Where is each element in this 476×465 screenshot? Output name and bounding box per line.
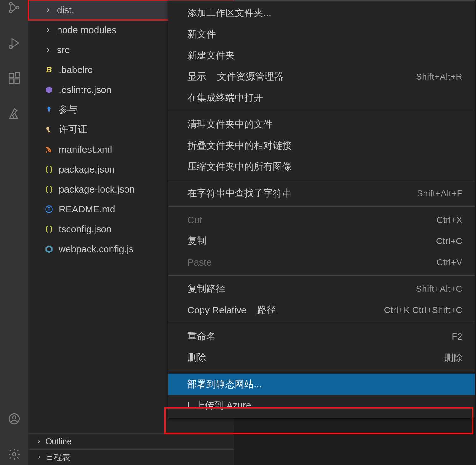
tree-item-label: node modules: [57, 25, 116, 35]
chevron-right-icon: [36, 452, 42, 462]
tree-item-label: src: [57, 45, 70, 55]
menu-find-in-folder[interactable]: 在字符串中查找子字符串Shift+Alt+F: [168, 183, 475, 204]
menu-cleanup-files[interactable]: 清理文件夹中的文件: [168, 114, 475, 135]
svg-point-10: [13, 416, 16, 419]
menu-paste: PasteCtrl+V: [168, 252, 475, 273]
tree-item-label: 许可证: [59, 123, 87, 136]
menu-item-shortcut: Ctrl+X: [436, 215, 462, 225]
menu-rename[interactable]: 重命名F2: [168, 326, 475, 347]
menu-item-shortcut: Shift+Alt+R: [416, 72, 462, 82]
menu-item-label: 部署到静态网站...: [187, 378, 262, 391]
menu-open-terminal[interactable]: 在集成终端中打开: [168, 87, 475, 108]
menu-item-label: 在集成终端中打开: [187, 91, 263, 104]
run-debug-icon[interactable]: [7, 35, 22, 51]
menu-cut: CutCtrl+X: [168, 209, 475, 230]
menu-item-label: 新文件: [187, 28, 216, 41]
svg-point-14: [46, 127, 49, 130]
tree-item-label: tsconfig.json: [59, 224, 112, 235]
menu-item-shortcut: Ctrl+K Ctrl+Shift+C: [384, 305, 462, 315]
file-icon: [44, 224, 54, 234]
svg-marker-3: [12, 39, 19, 47]
menu-item-label: 复制: [187, 235, 206, 248]
menu-item-label: 清理文件夹中的文件: [187, 118, 273, 131]
menu-item-label: 压缩文件夹中的所有图像: [187, 160, 292, 173]
svg-point-18: [49, 207, 49, 208]
tree-item-label: .eslintrc.json: [59, 84, 112, 95]
chevron-right-icon: [44, 46, 52, 54]
file-icon: [44, 165, 54, 174]
timeline-label: 日程表: [46, 452, 70, 463]
svg-point-2: [16, 6, 19, 9]
file-icon: [44, 125, 54, 134]
file-icon: [44, 145, 54, 154]
menu-item-label: 重命名: [187, 330, 216, 343]
chevron-right-icon: [44, 26, 52, 34]
menu-separator: [168, 206, 475, 207]
svg-rect-6: [9, 79, 14, 83]
menu-separator: [168, 180, 475, 180]
file-icon: [44, 85, 54, 95]
menu-item-label: 显示: [187, 70, 206, 83]
tree-item-label: package-lock.json: [59, 184, 135, 195]
chevron-right-icon: [36, 437, 42, 446]
menu-item-label: Paste: [187, 257, 212, 268]
menu-separator: [168, 111, 475, 111]
file-icon: [44, 244, 54, 254]
tree-item-label: 参与: [59, 103, 78, 116]
menu-upload-to-azure[interactable]: I. 上传到 Azure: [168, 395, 475, 416]
menu-item-shortcut: Ctrl+V: [436, 257, 462, 267]
menu-collapse-links[interactable]: 折叠文件夹中的相对链接: [168, 135, 475, 156]
menu-item-sublabel: 文件资源管理器: [217, 70, 284, 83]
menu-item-shortcut: Ctrl+C: [436, 236, 462, 246]
menu-item-shortcut: Shift+Alt+C: [416, 284, 462, 294]
file-icon: B: [44, 65, 54, 75]
tree-item-label: .babelrc: [59, 64, 93, 75]
outline-panel[interactable]: Outline: [28, 433, 234, 449]
menu-copy-path[interactable]: 复制路径Shift+Alt+C: [168, 278, 475, 299]
svg-point-11: [13, 453, 16, 456]
tree-item-label: dist.: [57, 5, 74, 15]
tree-item-label: package.json: [59, 164, 115, 175]
menu-new-folder[interactable]: 新建文件夹: [168, 45, 475, 66]
timeline-panel[interactable]: 日程表: [28, 449, 234, 465]
menu-item-label: 折叠文件夹中的相对链接: [187, 139, 292, 152]
menu-separator: [168, 323, 475, 323]
menu-separator: [168, 275, 475, 276]
file-icon: [44, 185, 54, 194]
account-icon[interactable]: [7, 411, 22, 426]
menu-item-shortcut: F2: [452, 332, 462, 342]
azure-icon[interactable]: [7, 106, 22, 121]
menu-compress-images[interactable]: 压缩文件夹中的所有图像: [168, 156, 475, 177]
menu-reveal-explorer[interactable]: 显示文件资源管理器Shift+Alt+R: [168, 66, 475, 87]
menu-item-label: 添加工作区文件夹...: [187, 7, 271, 20]
activity-bar: [0, 0, 28, 465]
svg-text:B: B: [46, 66, 52, 74]
menu-item-label: 在字符串中查找子字符串: [187, 187, 292, 200]
scm-icon[interactable]: [7, 0, 22, 15]
menu-new-file[interactable]: 新文件: [168, 24, 475, 45]
menu-separator: [168, 371, 475, 371]
menu-item-label: Cut: [187, 215, 202, 225]
menu-item-shortcut: 删除: [444, 352, 462, 364]
file-icon: [44, 205, 54, 214]
chevron-right-icon: [44, 6, 52, 14]
menu-copy-relative-path[interactable]: Copy Relative路径Ctrl+K Ctrl+Shift+C: [168, 299, 475, 321]
menu-copy[interactable]: 复制Ctrl+C: [168, 230, 475, 252]
svg-point-15: [46, 151, 47, 153]
menu-add-workspace-folder[interactable]: 添加工作区文件夹...: [168, 3, 475, 24]
menu-delete[interactable]: 删除删除: [168, 347, 475, 368]
settings-gear-icon[interactable]: [7, 447, 22, 462]
tree-item-label: README.md: [59, 204, 115, 215]
context-menu: 添加工作区文件夹...新文件新建文件夹显示文件资源管理器Shift+Alt+R在…: [168, 0, 475, 418]
tree-item-label: manifest.xml: [59, 144, 112, 155]
file-icon: [44, 105, 54, 114]
menu-deploy-static-site[interactable]: 部署到静态网站...: [168, 374, 475, 395]
menu-item-shortcut: Shift+Alt+F: [417, 188, 462, 199]
svg-rect-5: [9, 73, 14, 78]
menu-item-label: 新建文件夹: [187, 49, 235, 62]
menu-item-label: I. 上传到 Azure: [187, 399, 251, 412]
tree-item-label: webpack.config.js: [59, 244, 134, 254]
menu-item-label: 复制路径: [187, 282, 225, 295]
svg-marker-13: [46, 86, 52, 93]
extensions-icon[interactable]: [7, 71, 22, 86]
